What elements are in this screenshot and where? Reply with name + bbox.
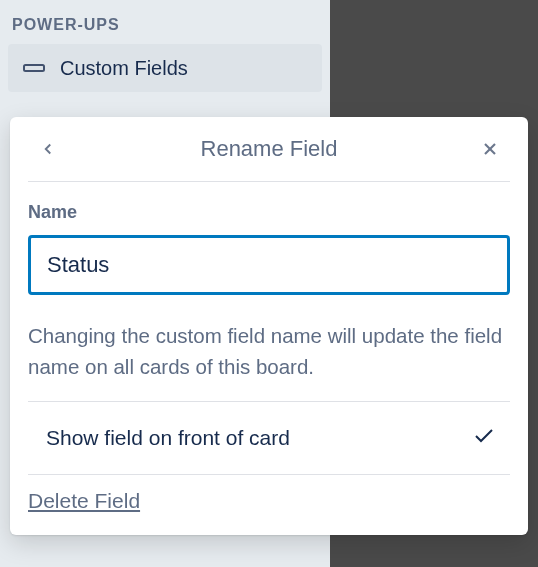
powerups-heading: POWER-UPS	[8, 10, 322, 44]
powerups-section: POWER-UPS Custom Fields	[0, 0, 330, 92]
svg-rect-0	[24, 65, 44, 71]
help-text: Changing the custom field name will upda…	[28, 321, 510, 383]
chevron-left-icon	[39, 140, 57, 158]
show-on-front-label: Show field on front of card	[46, 426, 290, 450]
delete-field-link[interactable]: Delete Field	[28, 475, 140, 517]
powerup-item-custom-fields[interactable]: Custom Fields	[8, 44, 322, 92]
check-icon	[472, 424, 496, 452]
name-label: Name	[28, 202, 510, 223]
close-icon	[480, 139, 500, 159]
powerup-item-label: Custom Fields	[60, 57, 188, 80]
modal-header: Rename Field	[28, 117, 510, 181]
show-on-front-toggle[interactable]: Show field on front of card	[28, 402, 510, 474]
close-button[interactable]	[474, 133, 506, 165]
back-button[interactable]	[32, 133, 64, 165]
rename-field-modal: Rename Field Name Changing the custom fi…	[10, 117, 528, 535]
modal-title: Rename Field	[28, 136, 510, 162]
divider	[28, 181, 510, 182]
name-input[interactable]	[28, 235, 510, 295]
custom-fields-icon	[22, 56, 46, 80]
